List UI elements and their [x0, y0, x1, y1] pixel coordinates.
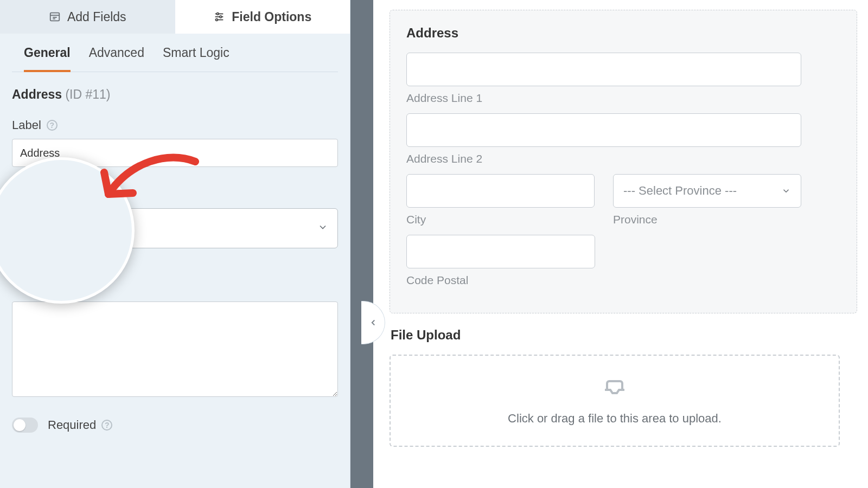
tab-field-options[interactable]: Field Options	[175, 0, 350, 34]
scheme-select[interactable]: Canada	[12, 208, 338, 248]
form-icon	[49, 11, 61, 23]
label-label-text: Label	[12, 118, 41, 132]
row-scheme: Scheme ? Canada	[12, 181, 338, 248]
address-line2-label: Address Line 2	[406, 152, 840, 165]
inbox-icon	[602, 376, 628, 404]
file-upload-heading: File Upload	[391, 328, 868, 343]
description-label: Description ?	[12, 267, 104, 287]
scheme-value: Canada	[23, 221, 71, 236]
label-label: Label ?	[12, 118, 338, 132]
field-title: Address (ID #11)	[12, 87, 338, 102]
svg-point-9	[216, 19, 218, 21]
row-description: Description ?	[12, 267, 338, 287]
help-icon[interactable]: ?	[101, 420, 112, 431]
chevron-down-icon	[317, 222, 328, 235]
address-line2-input[interactable]	[406, 113, 801, 147]
address-line1-row: Address Line 1	[406, 53, 840, 105]
help-icon[interactable]: ?	[93, 273, 104, 284]
city-province-row: City --- Select Province --- Province	[406, 174, 801, 226]
chevron-down-icon	[781, 186, 791, 196]
file-dropzone[interactable]: Click or drag a file to this area to upl…	[390, 355, 840, 447]
field-id: (ID #11)	[65, 87, 110, 101]
panel-divider	[350, 0, 373, 488]
sliders-icon	[213, 11, 225, 23]
city-input[interactable]	[406, 174, 595, 208]
help-icon[interactable]: ?	[73, 184, 84, 195]
description-input[interactable]	[12, 301, 338, 397]
sub-tabs: General Advanced Smart Logic	[12, 34, 338, 72]
required-label: Required ?	[48, 418, 112, 432]
tab-add-fields[interactable]: Add Fields	[0, 0, 175, 34]
subtab-advanced[interactable]: Advanced	[89, 46, 144, 72]
city-label: City	[406, 213, 595, 226]
svg-point-5	[217, 13, 219, 15]
top-tabs: Add Fields Field Options	[0, 0, 350, 34]
panel-body: Address (ID #11) Label ? Scheme ? Canada	[0, 72, 350, 433]
address-line1-input[interactable]	[406, 53, 801, 86]
address-line2-row: Address Line 2	[406, 113, 840, 165]
form-preview: Address Address Line 1 Address Line 2 Ci…	[373, 0, 868, 488]
postal-input[interactable]	[406, 235, 595, 268]
help-icon[interactable]: ?	[47, 120, 58, 131]
province-select[interactable]: --- Select Province ---	[613, 174, 801, 208]
dropzone-text: Click or drag a file to this area to upl…	[508, 412, 722, 426]
address-heading: Address	[406, 25, 840, 41]
required-toggle[interactable]	[12, 418, 38, 433]
sidebar: Add Fields Field Options General Advance…	[0, 0, 350, 488]
scheme-label: Scheme ?	[12, 181, 338, 198]
field-name: Address	[12, 87, 62, 101]
scheme-label-text: Scheme	[12, 181, 68, 198]
province-placeholder: --- Select Province ---	[623, 184, 737, 198]
row-required: Required ?	[12, 418, 338, 433]
address-block[interactable]: Address Address Line 1 Address Line 2 Ci…	[390, 10, 857, 313]
label-input[interactable]	[12, 139, 338, 167]
postal-label: Code Postal	[406, 274, 595, 287]
postal-row: Code Postal	[406, 235, 595, 287]
subtab-smart-logic[interactable]: Smart Logic	[163, 46, 229, 72]
tab-field-options-label: Field Options	[232, 10, 311, 24]
description-label-text: Description	[12, 270, 88, 287]
subtab-general[interactable]: General	[24, 46, 71, 72]
province-label: Province	[613, 213, 801, 226]
address-line1-label: Address Line 1	[406, 92, 840, 105]
required-label-text: Required	[48, 418, 96, 432]
svg-point-7	[220, 16, 222, 18]
row-label: Label ?	[12, 118, 338, 167]
tab-add-fields-label: Add Fields	[67, 10, 126, 24]
